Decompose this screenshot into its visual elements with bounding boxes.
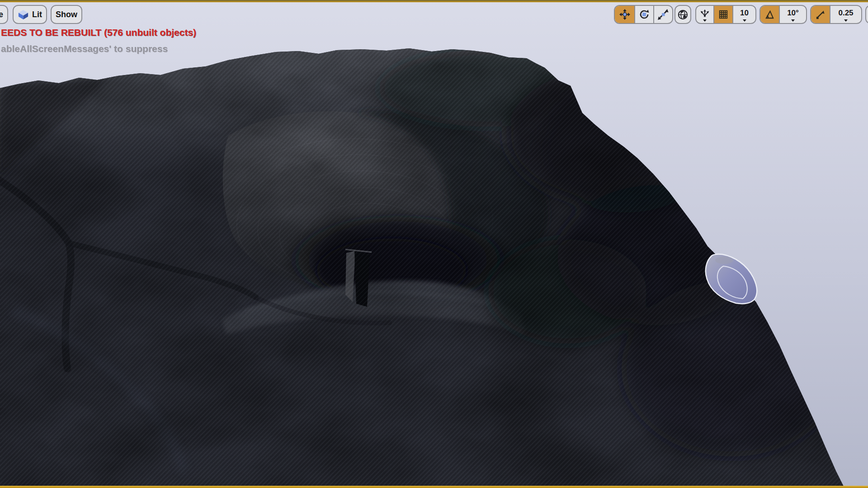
move-icon [619,9,631,20]
rotation-snap-toggle-button[interactable] [760,6,779,23]
scale-snap-value: 0.25 [838,9,853,18]
perspective-button[interactable]: e [0,5,8,24]
globe-icon [677,9,689,20]
rotation-snap-value: 10° [787,9,799,18]
scale-snap-toggle-button[interactable] [811,6,830,23]
scale-snap-value-button[interactable]: 0.25 [830,6,861,23]
lit-cube-icon [18,9,29,20]
rotation-snap-icon [764,9,775,20]
scale-snap-icon [815,9,826,20]
caret-down-icon [844,19,848,22]
lighting-rebuild-warning: EEDS TO BE REBUILT (576 unbuilt objects) [1,27,196,38]
rotation-snap-group: 10° [760,5,807,24]
rotate-icon [638,9,650,20]
show-button-label: Show [56,10,77,19]
level-viewport[interactable]: EEDS TO BE REBUILT (576 unbuilt objects)… [0,0,868,488]
camera-speed-group-partial [865,5,868,24]
suppress-hint-text: ableAllScreenMessages' to suppress [1,43,168,54]
grid-snap-value: 10 [740,9,749,18]
perspective-button-label: e [0,10,3,19]
location-snap-group: 10 [695,5,756,24]
scale-snap-group: 0.25 [810,5,862,24]
move-tool-button[interactable] [615,6,634,23]
viewport-active-border-bottom [0,486,868,488]
transform-tools-group [614,5,673,24]
viewport-active-border-top [0,0,868,2]
caret-down-icon [743,19,746,22]
3d-scene[interactable] [0,0,868,488]
grid-snap-value-button[interactable]: 10 [732,6,755,23]
grid-snap-toggle-button[interactable] [713,6,732,23]
scale-tool-button[interactable] [653,6,672,23]
world-coordinate-button[interactable] [675,6,690,23]
camera-speed-button[interactable] [866,6,868,23]
surface-snap-button[interactable] [696,6,713,23]
caret-down-icon [791,19,795,22]
view-mode-label: Lit [32,10,42,19]
caret-down-icon [703,19,707,22]
show-button[interactable]: Show [51,5,82,24]
scale-icon [657,9,669,20]
rotate-tool-button[interactable] [634,6,653,23]
grid-snap-icon [718,9,728,19]
coordinate-system-group [675,5,691,24]
surface-snap-icon [699,8,710,19]
view-mode-lit-button[interactable]: Lit [13,5,47,24]
rotation-snap-value-button[interactable]: 10° [779,6,806,23]
